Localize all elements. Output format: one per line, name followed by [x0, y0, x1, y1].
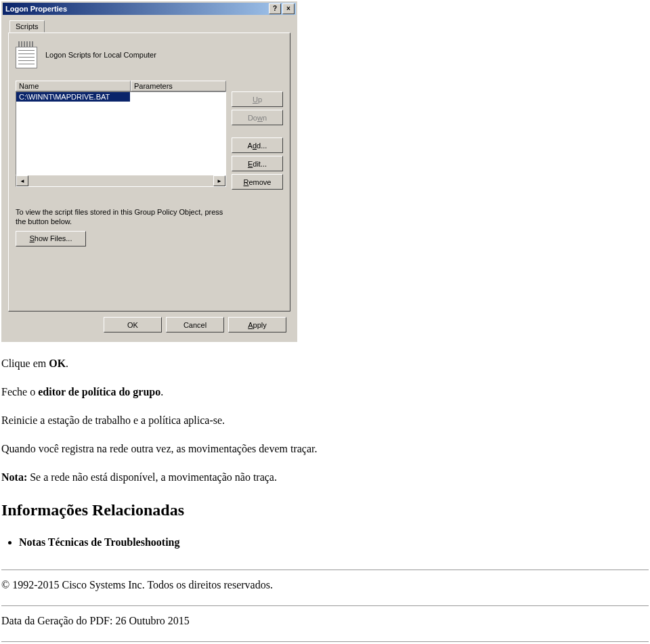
- list-content[interactable]: C:\WINNT\MAPDRIVE.BAT: [16, 91, 226, 175]
- para-close-editor: Feche o editor de política do grupo.: [1, 384, 649, 400]
- para-restart: Reinicie a estação de trabalho e a polít…: [1, 412, 649, 429]
- logon-properties-dialog-screenshot: Logon Properties ? × Scripts Logon Scrip…: [1, 1, 297, 342]
- panel-header-label: Logon Scripts for Local Computer: [45, 51, 156, 59]
- remove-button[interactable]: Remove: [232, 174, 283, 190]
- info-text: To view the script files stored in this …: [16, 207, 225, 227]
- up-button[interactable]: Up: [232, 91, 283, 107]
- close-button[interactable]: ×: [282, 3, 295, 14]
- divider: [1, 570, 649, 570]
- column-headers: Name Parameters: [16, 81, 226, 91]
- down-button[interactable]: Down: [232, 110, 283, 125]
- column-header-name[interactable]: Name: [16, 81, 131, 91]
- generation-date: Data da Geração do PDF: 26 Outubro 2015: [1, 613, 649, 629]
- para-click-ok: Clique em OK.: [1, 356, 649, 372]
- list-row[interactable]: C:\WINNT\MAPDRIVE.BAT: [16, 92, 225, 102]
- titlebar-buttons: ? ×: [269, 3, 295, 14]
- edit-button[interactable]: Edit...: [232, 156, 283, 171]
- scroll-left-button[interactable]: ◄: [16, 175, 28, 186]
- scripts-list-area: Name Parameters C:\WINNT\MAPDRIVE.BAT ◄ …: [16, 81, 283, 190]
- show-files-row: Show Files...: [16, 231, 283, 246]
- related-list: Notas Técnicas de Troubleshooting: [1, 534, 649, 551]
- list-side-buttons: Up Down Add... Edit... Remove: [232, 81, 283, 190]
- add-button[interactable]: Add...: [232, 137, 283, 153]
- para-note: Nota: Se a rede não está disponível, a m…: [1, 469, 649, 486]
- scroll-right-button[interactable]: ►: [213, 175, 225, 186]
- column-header-parameters[interactable]: Parameters: [131, 81, 226, 91]
- copyright: © 1992-2015 Cisco Systems Inc. Todos os …: [1, 577, 649, 593]
- document-body: Clique em OK. Feche o editor de política…: [0, 342, 650, 644]
- dialog-footer: OK Cancel Apply: [8, 312, 290, 335]
- window-frame: Logon Properties ? × Scripts Logon Scrip…: [1, 1, 297, 342]
- para-login-again: Quando você registra na rede outra vez, …: [1, 441, 649, 457]
- divider: [1, 605, 649, 606]
- troubleshooting-link[interactable]: Notas Técnicas de Troubleshooting: [19, 536, 180, 548]
- tab-scripts[interactable]: Scripts: [9, 20, 45, 33]
- heading-related-info: Informações Relacionadas: [1, 498, 649, 522]
- divider: [1, 641, 649, 642]
- script-icon: [16, 41, 37, 68]
- row-parameters: [130, 92, 135, 102]
- tab-strip: Scripts: [8, 19, 290, 33]
- list-item: Notas Técnicas de Troubleshooting: [19, 534, 649, 551]
- help-button[interactable]: ?: [269, 3, 281, 14]
- show-files-button[interactable]: Show Files...: [16, 231, 86, 246]
- horizontal-scrollbar[interactable]: ◄ ►: [16, 175, 226, 187]
- titlebar: Logon Properties ? ×: [3, 3, 296, 15]
- ok-button[interactable]: OK: [104, 317, 162, 332]
- window-title: Logon Properties: [4, 5, 67, 13]
- cancel-button[interactable]: Cancel: [166, 317, 224, 332]
- apply-button[interactable]: Apply: [228, 317, 286, 332]
- tab-panel: Logon Scripts for Local Computer Name Pa…: [8, 33, 290, 312]
- dialog-body: Scripts Logon Scripts for Local Computer…: [3, 15, 296, 341]
- panel-header: Logon Scripts for Local Computer: [16, 41, 283, 68]
- row-name: C:\WINNT\MAPDRIVE.BAT: [16, 92, 130, 102]
- scripts-listbox: Name Parameters C:\WINNT\MAPDRIVE.BAT ◄ …: [16, 81, 226, 190]
